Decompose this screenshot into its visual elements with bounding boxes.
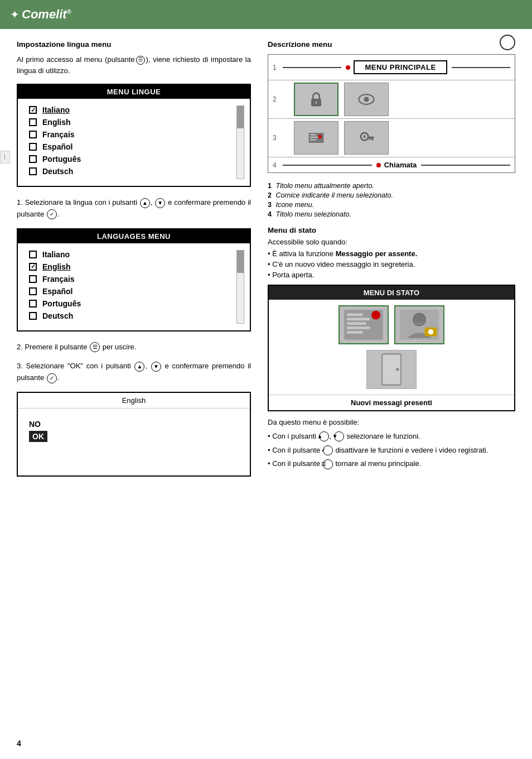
diagram-row3: 3 [268,119,515,157]
legend-item-4: 4 Titolo menu selezionato. [268,210,515,218]
stato-bullet-1: • È attiva la funzione Messaggio per ass… [268,249,515,258]
checkbox-francais2 [29,275,37,283]
svg-rect-6 [310,137,319,138]
bottom-intro: Da questo menu è possibile: [268,417,515,429]
stato-box: MENU DI STATO [268,285,515,411]
row1-content: MENU PRINCIPALE [283,60,510,74]
svg-rect-19 [347,331,362,334]
checkbox-english2-checked [29,263,37,271]
svg-rect-23 [414,314,425,323]
eye-icon [344,83,389,116]
menu-diagram: 1 MENU PRINCIPALE 2 [268,54,515,173]
legend-text-2: Cornice indicante il menu selezionato. [275,191,393,199]
stato-message-svg [341,308,386,342]
confirm-icon: ✓ [47,209,57,219]
stato-box-body [269,300,514,350]
legend-list: 1 Titolo menu attualmente aperto. 2 Corn… [268,182,515,218]
stato-title: Menu di stato [268,226,515,234]
result-no-label: NO [29,420,239,429]
legend-text-3: Icone menu. [275,201,314,209]
down-icon2: ▼ [151,362,161,372]
row4-line-right [421,165,510,166]
bottom-bullet-3: • Con il pulsante ☰ tornare al menu prin… [268,458,515,470]
diagram-row4: 4 Chiamata [268,157,515,172]
row3-icons [283,121,400,155]
scrollbar-lingue[interactable] [236,105,244,179]
legend-text-1: Titolo menu attualmente aperto. [275,182,374,190]
svg-point-25 [428,329,433,334]
result-box-body: NO OK [18,409,250,475]
svg-rect-13 [369,138,371,140]
list-item: English [29,262,231,271]
item-label-deutsch: Deutsch [42,167,73,176]
checkbox-espanol [29,143,37,151]
chiamata-wrapper: Chiamata [376,161,417,169]
checkbox-english [29,118,37,126]
row2-icons [283,83,400,116]
intro-text: Al primo accesso al menu (pulsante☰), vi… [17,54,251,76]
row4-line [283,165,372,166]
scrollbar-languages[interactable] [236,250,244,324]
stato-bullet-2: • C'è un nuovo video messaggio in segret… [268,260,515,268]
logo-icon: ✦ [10,8,20,21]
result-ok-label: OK [29,431,47,442]
list-item: Español [29,287,231,296]
svg-point-1 [315,101,318,104]
key-svg [356,128,376,148]
checkbox-italiano2 [29,251,37,258]
step1-text: 1. Selezionare la lingua con i pulsanti … [17,197,251,220]
legend-item-2: 2 Cornice indicante il menu selezionato. [268,191,515,199]
menu-lingue-box: MENU LINGUE Italiano English Français [17,84,251,187]
item-label-italiano2: Italiano [42,250,70,259]
red-dot-4 [376,163,381,167]
list-item: Deutsch [29,311,231,320]
confirm-icon2: ✓ [47,373,57,383]
left-column: Impostazione lingua menu Al primo access… [17,40,251,477]
checkbox-francais [29,131,37,138]
legend-num-3: 3 [268,201,272,209]
row-num-4: 4 [273,161,283,169]
item-label-francais2: Français [42,275,75,284]
stato-icon-camera [394,305,444,344]
legend-item-3: 3 Icone menu. [268,201,515,209]
svg-rect-5 [310,134,316,135]
lock-icon [294,83,338,116]
row1-line [283,67,341,68]
red-dot-1 [346,65,350,70]
header: ✦ Comelit® [0,0,532,29]
list-item: Português [29,155,231,164]
item-label-portugues2: Português [42,299,81,308]
legend-num-1: 1 [268,182,272,190]
bars-icon [294,121,338,155]
checkbox-deutsch [29,167,37,175]
item-label-portugues: Português [42,155,81,164]
lock-svg [306,89,326,109]
legend-item-1: 1 Titolo menu attualmente aperto. [268,182,515,190]
svg-point-10 [363,136,366,138]
list-item: Italiano [29,250,231,259]
list-item: Español [29,142,231,151]
diagram-row1: 1 MENU PRINCIPALE [268,55,515,80]
checkbox-portugues [29,155,37,163]
right-column: Descrizione menu 1 MENU PRINCIPALE 2 [268,40,515,477]
checkbox-deutsch2 [29,312,37,320]
svg-rect-12 [371,138,373,140]
list-item: English [29,118,231,127]
languages-menu-box: LANGUAGES MENU Italiano English Français [17,228,251,332]
result-english-box: English NO OK [17,392,251,477]
stato-box-title: MENU DI STATO [269,286,514,300]
svg-point-3 [364,97,369,102]
bars-svg [306,128,326,148]
svg-rect-15 [347,313,362,316]
stato-camera-svg [397,308,442,342]
menu-icon-bottom: ☰ [323,459,333,469]
item-label-italiano: Italiano [42,105,70,114]
menu-principale-label-wrapper: MENU PRINCIPALE [346,60,447,74]
logo-text: Comelit® [22,7,71,22]
checkbox-espanol2 [29,287,37,295]
checkbox-italiano-checked [29,106,37,114]
row-num-2: 2 [273,95,283,103]
sidebar-tab: — [0,151,10,164]
row1-line-right [452,67,510,68]
item-label-espanol: Español [42,142,72,151]
